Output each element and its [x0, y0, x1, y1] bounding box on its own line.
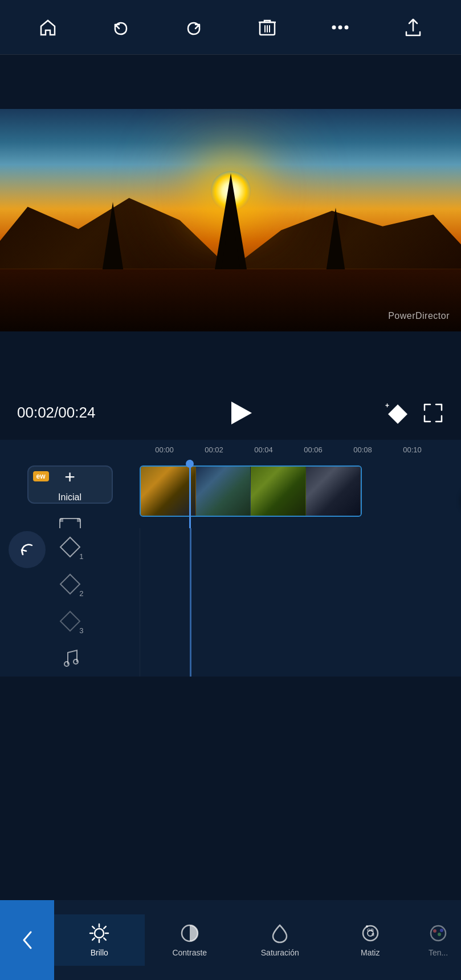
layer-3-row: 3: [0, 602, 140, 639]
playback-controls: 00:02/00:24 +: [0, 386, 461, 440]
nav-item-saturacion[interactable]: Saturación: [235, 914, 325, 966]
watermark-text: PowerDirector: [388, 311, 450, 321]
undo-button[interactable]: [107, 13, 135, 42]
nav-item-contraste[interactable]: Contraste: [145, 914, 235, 966]
layers-track: [140, 528, 461, 677]
svg-point-5: [332, 25, 336, 29]
tree-right: [325, 208, 346, 276]
layer-3-diamond: [59, 610, 80, 631]
timeline-left: ew + Inicial: [0, 460, 140, 528]
plus-icon: +: [64, 467, 75, 488]
video-frame: [0, 109, 461, 331]
ruler-marks: 00:00 00:02 00:04 00:06 00:08 00:10: [140, 446, 437, 454]
ten-icon: [428, 923, 448, 943]
more-button[interactable]: [326, 13, 354, 42]
svg-text:R: R: [372, 933, 374, 937]
contraste-icon: [179, 923, 200, 943]
music-icon-row: [0, 639, 140, 677]
timeline-area: 00:00 00:02 00:04 00:06 00:08 00:10 ew +…: [0, 440, 461, 528]
layer-1-diamond: [59, 536, 80, 557]
time-display: 00:02/00:24: [17, 404, 95, 422]
fullscreen-button[interactable]: [422, 402, 444, 424]
add-initial-button[interactable]: ew + Inicial: [27, 465, 113, 504]
play-icon: [231, 402, 252, 424]
svg-point-6: [338, 25, 342, 29]
play-button[interactable]: [225, 397, 256, 428]
svg-line-22: [104, 926, 107, 929]
thumb-frame-1: [141, 467, 196, 516]
svg-line-23: [92, 938, 95, 940]
brillo-label: Brillo: [91, 948, 108, 957]
svg-point-33: [440, 929, 443, 932]
contraste-label: Contraste: [172, 948, 207, 957]
tree-center: [214, 173, 248, 276]
video-thumbnail-strip[interactable]: [140, 465, 362, 517]
ruler-mark-1: 00:02: [189, 446, 239, 454]
svg-rect-10: [77, 519, 80, 522]
layer-2-diamond: [59, 573, 80, 594]
nav-item-matiz[interactable]: GB R Matiz: [325, 914, 416, 966]
timeline-content: ew + Inicial: [0, 460, 461, 528]
keyframe-button[interactable]: +: [385, 402, 408, 424]
back-float-button[interactable]: [9, 531, 46, 568]
video-preview: PowerDirector: [0, 109, 461, 331]
svg-rect-9: [60, 519, 63, 522]
layer-2-icon: 2: [59, 573, 81, 596]
tree-left: [101, 202, 124, 276]
layer-1-icon: 1: [59, 536, 81, 558]
ruler-mark-3: 00:06: [288, 446, 338, 454]
video-track: +: [140, 465, 461, 528]
thumb-frame-3: [251, 467, 306, 516]
bottom-nav: Brillo Contraste Saturación: [0, 900, 461, 980]
matiz-label: Matiz: [361, 948, 380, 957]
layer-3-num: 3: [79, 626, 83, 635]
ruler-mark-2: 00:04: [239, 446, 288, 454]
svg-point-15: [95, 929, 104, 938]
timeline-tracks: +: [140, 460, 461, 528]
layer-3-icon: 3: [59, 610, 81, 633]
saturacion-label: Saturación: [261, 948, 299, 957]
control-group: +: [385, 402, 444, 424]
nav-item-ten[interactable]: Ten...: [415, 914, 461, 966]
saturacion-icon: [270, 923, 290, 943]
ruler-mark-5: 00:10: [387, 446, 437, 454]
nav-item-brillo[interactable]: Brillo: [54, 914, 145, 966]
brillo-icon: [89, 923, 109, 943]
export-button[interactable]: [399, 13, 427, 42]
add-initial-label: Inicial: [58, 492, 81, 503]
layer-2-num: 2: [79, 589, 83, 598]
thumb-frame-2: [196, 467, 251, 516]
video-container: PowerDirector: [0, 55, 461, 386]
timeline-ruler: 00:00 00:02 00:04 00:06 00:08 00:10: [0, 440, 461, 460]
playhead-layer-ext: [190, 528, 191, 677]
svg-point-7: [344, 25, 348, 29]
playhead: [189, 460, 191, 528]
nav-back-button[interactable]: [0, 900, 54, 980]
nav-items: Brillo Contraste Saturación: [54, 900, 461, 980]
thumb-frame-4: [306, 467, 361, 516]
svg-line-20: [92, 926, 95, 929]
layers-container: 1 2 3: [0, 528, 461, 677]
svg-text:GB: GB: [367, 928, 374, 933]
matiz-icon: GB R: [360, 923, 381, 943]
forest-floor: [0, 269, 461, 331]
new-badge: ew: [33, 471, 49, 481]
redo-button[interactable]: [179, 13, 208, 42]
layer-1-num: 1: [79, 552, 83, 561]
mountain-right: [231, 191, 462, 269]
svg-point-32: [438, 933, 441, 936]
ruler-mark-4: 00:08: [338, 446, 387, 454]
top-toolbar: [0, 0, 461, 54]
ten-label: Ten...: [429, 948, 448, 957]
ruler-mark-0: 00:00: [140, 446, 189, 454]
svg-point-31: [433, 929, 436, 933]
svg-line-21: [104, 938, 107, 940]
layers-area: 1 2 3: [0, 528, 461, 677]
layer-2-row: 2: [0, 565, 140, 602]
svg-point-29: [366, 925, 368, 928]
delete-button[interactable]: [253, 13, 282, 42]
home-button[interactable]: [34, 13, 62, 42]
